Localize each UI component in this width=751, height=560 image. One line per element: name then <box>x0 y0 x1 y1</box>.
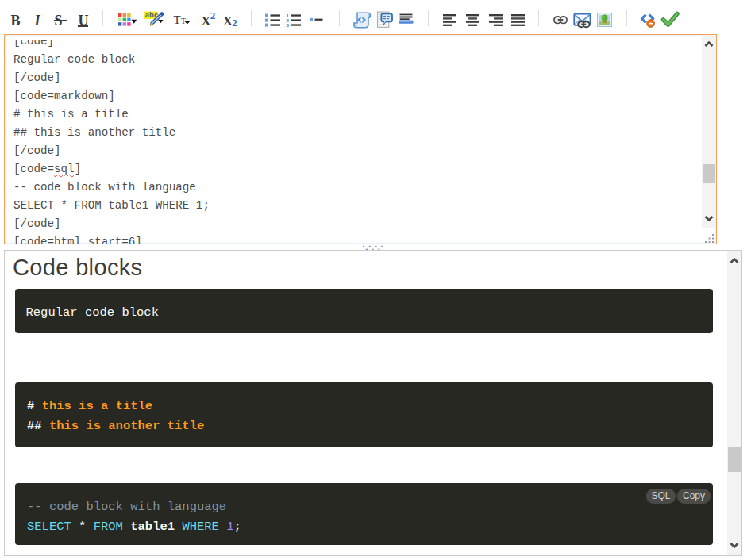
svg-text:3: 3 <box>286 23 289 27</box>
